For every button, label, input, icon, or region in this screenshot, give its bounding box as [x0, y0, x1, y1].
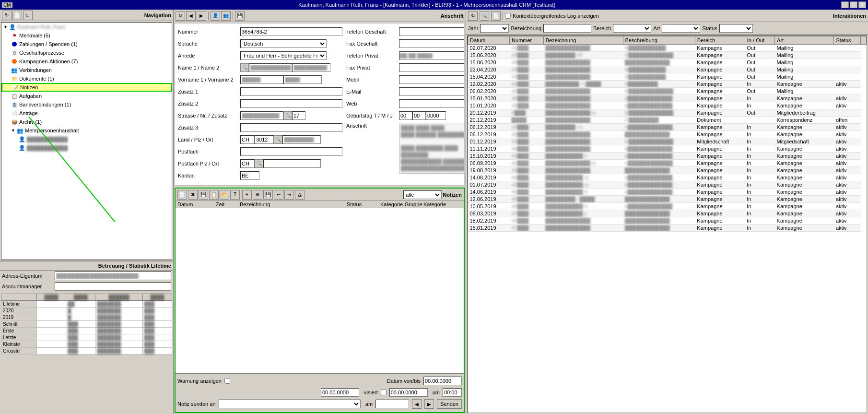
status-select[interactable]	[719, 24, 753, 33]
land-input[interactable]	[240, 135, 255, 144]
zusatz1-input[interactable]	[240, 87, 342, 96]
datum-von-input[interactable]	[423, 377, 462, 385]
email-input[interactable]	[399, 87, 465, 96]
table-row[interactable]: 18.02.2019 48███ ████████████ ██████████…	[468, 217, 867, 225]
notizen-text-btn[interactable]: T	[230, 190, 240, 200]
table-row[interactable]: 19.08.2019 48███ ████████████ ██████████…	[468, 167, 867, 174]
notizen-filter-select[interactable]: alle	[403, 190, 442, 199]
am-next-btn[interactable]: ▶	[424, 399, 434, 409]
table-row[interactable]: 15.04.2020 49███ ████████████ B█████████…	[468, 73, 867, 81]
int-search-btn[interactable]: 🔍	[480, 11, 489, 21]
postfach-input[interactable]	[240, 147, 342, 156]
nav-item-aufgaben[interactable]: 📋 Aufgaben	[1, 92, 172, 100]
anschrift-forward-btn[interactable]: ▶	[197, 11, 206, 21]
plz-search-btn[interactable]: 🔍	[274, 135, 282, 144]
table-row[interactable]: 10.01.2020 48███ ████████████ k█████████…	[468, 102, 867, 109]
table-row[interactable]: 15.06.2020 49███ ████████ #5 S██████████…	[468, 52, 867, 59]
jahr-select[interactable]	[480, 24, 509, 33]
navigation-tree[interactable]: ▼ 👤 Kaufmann Ruth, Franz ⚑ Merkmale (5) …	[1, 22, 172, 260]
table-row[interactable]: 15.01.2020 48███ ████████████ k█████████…	[468, 95, 867, 102]
table-row[interactable]: 06.02.2020 48███ ████████████ B█████████…	[468, 88, 867, 95]
nummer-input[interactable]	[240, 27, 342, 36]
fax-geschaeft-input[interactable]	[399, 39, 465, 48]
zusatz3-input[interactable]	[240, 123, 342, 132]
geburtstag-m-input[interactable]	[412, 111, 426, 120]
anschrift-person-add-btn[interactable]: 👤	[211, 11, 220, 21]
table-row[interactable]: 01.12.2019 59███ ████████████ E█████████…	[468, 138, 867, 145]
notizen-save-btn[interactable]: 💾	[199, 190, 208, 200]
nav-item-dokumente[interactable]: 📁 Dokumente (1)	[1, 74, 172, 83]
web-input[interactable]	[399, 99, 465, 108]
nav-item-archiv[interactable]: 📦 Archiv (1)	[1, 118, 172, 126]
table-row[interactable]: 10.05.2019 48███ ██████████ 9 k█████████…	[468, 203, 867, 210]
strasse-input[interactable]	[240, 111, 283, 120]
telefon-privat-input[interactable]	[399, 51, 465, 60]
table-row[interactable]: 15.10.2019 48███ ██████████ 2 k█████████…	[468, 153, 867, 160]
name1-input[interactable]	[249, 63, 292, 72]
nav-item-notizen[interactable]: 📝 Notizen	[1, 83, 172, 92]
art-select[interactable]	[662, 24, 700, 33]
anschrift-back-btn[interactable]: ◀	[186, 11, 196, 21]
table-row[interactable]: 14.06.2019 48███ ██████████ 9 k█████████…	[468, 189, 867, 196]
am-input[interactable]	[375, 400, 409, 408]
nav-item-person2[interactable]: 👤 ████████████	[1, 143, 172, 152]
nav-item-person1[interactable]: 👤 ████████████	[1, 135, 172, 143]
bereich-select[interactable]	[613, 24, 651, 33]
anrede-select[interactable]: Frau und Herr - Sehr geehrte Frau, sehr	[240, 51, 327, 60]
interaktionen-table[interactable]: Datum Nummer Bezeichnung Beschreibung Be…	[467, 35, 867, 413]
nav-item-root[interactable]: ▼ 👤 Kaufmann Ruth, Franz	[1, 23, 172, 31]
table-row[interactable]: 08.03.2019 47███ ██████████ z ██████████…	[468, 210, 867, 217]
mobil-input[interactable]	[399, 75, 465, 84]
zusatz2-input[interactable]	[240, 99, 342, 108]
notizen-undo-btn[interactable]: ↩	[274, 190, 283, 200]
table-row[interactable]: 20.12.2019 ████ ████████████ D████████ D…	[468, 117, 867, 124]
visiert-checkbox[interactable]	[381, 390, 387, 395]
warnung-checkbox[interactable]	[224, 378, 230, 384]
int-doc-btn[interactable]: 📄	[491, 11, 501, 21]
anschrift-save-btn[interactable]: 💾	[235, 11, 245, 21]
notizen-save2-btn[interactable]: 💾	[263, 190, 273, 200]
table-row[interactable]: 12.06.2019 48███ ████████ / ████ ███████…	[468, 196, 867, 203]
vorname1-input[interactable]	[240, 75, 283, 84]
name2-input[interactable]	[292, 63, 330, 72]
table-row[interactable]: 15.06.2020 49███ ████████████ ██████████…	[468, 59, 867, 66]
maximize-button[interactable]: □	[850, 1, 857, 8]
table-row[interactable]: 06.12.2019 48███ ████████████ ██████████…	[468, 131, 867, 138]
table-row[interactable]: 06.12.2019 48███ ████████ / k h█████████…	[468, 124, 867, 131]
nav-item-kampagnen[interactable]: Kampagnen-Aktionen (7)	[1, 57, 172, 66]
kontextuebergreifend-checkbox[interactable]	[505, 13, 511, 19]
am-prev-btn[interactable]: ◀	[412, 399, 422, 409]
ort-input[interactable]	[282, 135, 321, 144]
table-row[interactable]: 11.11.2019 48███ ████████████ k█████████…	[468, 145, 867, 153]
geburtstag-j-input[interactable]	[426, 111, 446, 120]
anschrift-refresh-btn[interactable]: ↻	[176, 11, 185, 21]
notizen-new-btn[interactable]: 📄	[177, 190, 187, 200]
nav-item-merkmale[interactable]: ⚑ Merkmale (5)	[1, 31, 172, 40]
nav-doc-button[interactable]: 📄	[12, 11, 22, 20]
notizen-redo-btn[interactable]: ↪	[284, 190, 294, 200]
nav-item-antraege[interactable]: 📄 Anträge	[1, 109, 172, 118]
datum-bis-input[interactable]	[321, 388, 359, 397]
table-row[interactable]: 15.01.2019 47███ ████████████ ██████████…	[468, 225, 867, 232]
fax-privat-input[interactable]	[399, 63, 465, 72]
postfach-plz-input[interactable]	[240, 159, 255, 168]
adress-eigentum-input[interactable]	[55, 272, 171, 280]
telefon-geschaeft-input[interactable]	[399, 27, 465, 36]
senden-button[interactable]: Senden	[437, 399, 462, 409]
vorname2-input[interactable]	[283, 75, 322, 84]
int-refresh-btn[interactable]: ↻	[468, 11, 478, 21]
kanton-input[interactable]	[240, 171, 259, 180]
notizen-add1-btn[interactable]: +	[242, 190, 252, 200]
minimize-button[interactable]: ─	[841, 1, 849, 8]
anschrift-persons-btn[interactable]: 👥	[221, 11, 231, 21]
nav-blank-button[interactable]: □	[23, 11, 33, 20]
notizen-open-btn[interactable]: 📂	[220, 190, 229, 200]
geburtag-t-input[interactable]	[399, 111, 412, 120]
nav-item-mehrpersonen[interactable]: ▼ 👥 Mehrpersonenhaushalt	[1, 126, 172, 135]
visiert-datum-input[interactable]	[389, 388, 428, 397]
plz-input[interactable]	[255, 135, 274, 144]
notizen-delete-btn[interactable]: ✖	[188, 190, 198, 200]
table-row[interactable]: 02.07.2020 49███ ████████████ B█████████…	[468, 45, 867, 52]
nav-item-verbindungen[interactable]: 👥 Verbindungen	[1, 66, 172, 74]
table-row[interactable]: 12.02.2020 48███ █████████ / k████ h████…	[468, 81, 867, 88]
